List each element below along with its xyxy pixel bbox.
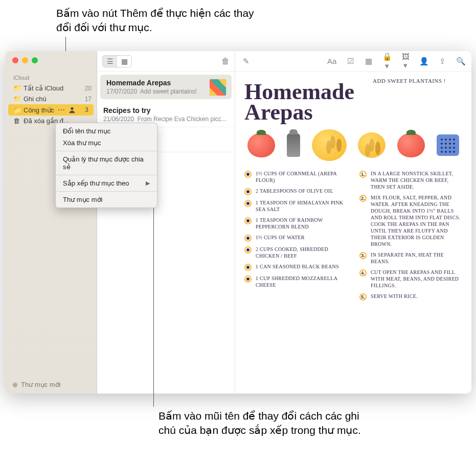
note-content[interactable]: ADD SWEET PLANTAINS ! HomemadeArepas 1½ … <box>235 72 471 394</box>
ingredient: 2 tablespoons of olive oil <box>256 188 333 194</box>
recipe-columns: 1½ cups of cornmeal (arepa flour) 2 tabl… <box>244 170 462 305</box>
ingredient: 1 teaspoon of rainbow peppercorn blend <box>256 217 347 230</box>
illustration-row <box>244 129 462 161</box>
step: In separate pan, heat the beans. <box>371 251 462 265</box>
ingredient: 1 cup shredded mozzarella cheese <box>256 275 347 288</box>
bullet-icon <box>244 171 252 178</box>
ingredient: 1 teaspoon of Himalayan pink sea salt <box>256 199 347 213</box>
menu-separator <box>56 151 157 151</box>
compose-icon[interactable]: ✎ <box>241 57 251 66</box>
ingredient: 2 cups cooked, shredded chicken / beef <box>256 246 347 259</box>
arepa-illustration <box>312 129 347 161</box>
step: Serve with rice. <box>371 293 418 299</box>
collaborate-icon[interactable]: 👤 <box>419 57 428 66</box>
folder-icon: 📁 <box>13 95 20 103</box>
menu-separator <box>56 175 157 175</box>
window-controls <box>5 51 97 72</box>
menu-delete-folder[interactable]: Xóa thư mục <box>56 137 157 149</box>
checklist-icon[interactable]: ☑ <box>346 57 355 66</box>
sidebar-item-count: 3 <box>85 106 88 113</box>
media-icon[interactable]: 🖼▾ <box>401 52 410 70</box>
list-toolbar: ☰ ▦ 🗑 <box>97 51 235 72</box>
zoom-window[interactable] <box>32 57 38 63</box>
callout-bottom: Bấm vào mũi tên để thay đổi cách các ghi… <box>158 409 363 438</box>
notes-window: iCloud 📁 Tất cả iCloud 20 📁 Ghi chú 17 📁… <box>5 51 471 394</box>
note-thumbnail <box>209 79 226 96</box>
note-list-item[interactable]: Homemade Arepas 17/07/2020 Add sweet pla… <box>100 75 232 99</box>
sidebar-item-notes[interactable]: 📁 Ghi chú 17 <box>5 94 97 104</box>
delete-note-button[interactable]: 🗑 <box>221 57 230 66</box>
plus-icon: ⊕ <box>12 381 18 388</box>
search-icon[interactable]: 🔍 <box>456 57 465 66</box>
note-subtitle: 17/07/2020 Add sweet plantains! <box>106 88 225 95</box>
arepa-illustration <box>358 132 386 158</box>
ingredient: 1 can seasoned black beans <box>256 263 339 270</box>
step: In a large nonstick skillet, warm the ch… <box>371 170 462 190</box>
sidebar-item-recipes[interactable]: 📁 Công thức ⋯ 3 <box>8 104 94 116</box>
note-heading: HomemadeArepas <box>244 82 462 122</box>
step: Cut open the arepas and fill with meat, … <box>371 269 462 289</box>
folder-context-menu: Đổi tên thư mục Xóa thư mục Quản lý thư … <box>55 123 157 208</box>
bullet-icon <box>244 200 252 207</box>
list-view-icon[interactable]: ☰ <box>103 56 117 67</box>
step-number-icon: 2. <box>359 195 367 202</box>
minimize-window[interactable] <box>22 57 28 63</box>
sidebar: iCloud 📁 Tất cả iCloud 20 📁 Ghi chú 17 📁… <box>5 51 97 394</box>
step-number-icon: 3. <box>359 252 367 259</box>
share-icon[interactable]: ⇪ <box>438 57 447 66</box>
ingredients-list: 1½ cups of cornmeal (arepa flour) 2 tabl… <box>244 170 347 305</box>
tomato-illustration <box>397 133 425 157</box>
note-annotation: ADD SWEET PLANTAINS ! <box>373 78 446 84</box>
lock-icon[interactable]: 🔒▾ <box>382 52 392 71</box>
note-list: ☰ ▦ 🗑 Homemade Arepas 17/07/2020 Add swe… <box>97 51 235 394</box>
sidebar-item-label: Ghi chú <box>24 95 47 103</box>
ingredient: 1½ cups of water <box>256 234 305 241</box>
step-number-icon: 1. <box>359 171 367 178</box>
sidebar-section-label: iCloud <box>5 72 97 83</box>
step: Mix flour, salt, pepper, and water. Afte… <box>371 194 462 247</box>
new-folder-button[interactable]: ⊕ Thư mục mới <box>5 376 97 394</box>
tomato-illustration <box>247 133 275 157</box>
editor-toolbar: ✎ Aa ☑ ▦ 🔒▾ 🖼▾ 👤 ⇪ 🔍 <box>235 51 471 72</box>
note-title: Homemade Arepas <box>106 79 225 87</box>
bullet-icon <box>244 235 252 242</box>
beans-illustration <box>437 134 459 156</box>
callout-line <box>153 178 154 407</box>
bullet-icon <box>244 217 252 224</box>
shaker-illustration <box>287 133 300 157</box>
ingredient: 1½ cups of cornmeal (arepa flour) <box>256 170 347 183</box>
note-editor: ✎ Aa ☑ ▦ 🔒▾ 🖼▾ 👤 ⇪ 🔍 ADD SWEET PLANTAINS… <box>235 51 471 394</box>
menu-sort-by[interactable]: Sắp xếp thư mục theo▶ <box>56 177 157 189</box>
callout-top: Bấm vào nút Thêm để thực hiện các thay đ… <box>56 6 261 35</box>
sidebar-item-label: Công thức <box>24 106 54 114</box>
format-icon[interactable]: Aa <box>327 57 336 65</box>
sidebar-item-label: Tất cả iCloud <box>24 84 63 92</box>
grid-view-icon[interactable]: ▦ <box>117 56 131 67</box>
note-subtitle: 21/06/2020 From Recipe Eva Chicken picc.… <box>103 116 229 123</box>
folder-icon: 📁 <box>13 106 20 114</box>
more-icon[interactable]: ⋯ <box>57 106 65 114</box>
menu-new-folder[interactable]: Thư mục mới <box>56 194 157 205</box>
sidebar-item-count: 17 <box>85 96 92 103</box>
bullet-icon <box>244 188 252 195</box>
sidebar-item-count: 20 <box>85 85 92 92</box>
bullet-icon <box>244 246 252 253</box>
step-number-icon: 5. <box>359 293 367 301</box>
note-title: Recipes to try <box>103 106 229 114</box>
view-toggle[interactable]: ☰ ▦ <box>102 55 132 67</box>
sidebar-item-all-icloud[interactable]: 📁 Tất cả iCloud 20 <box>5 83 97 94</box>
step-number-icon: 4. <box>359 269 367 276</box>
steps-list: 1.In a large nonstick skillet, warm the … <box>359 170 462 305</box>
menu-manage-shared[interactable]: Quản lý thư mục được chia sẻ <box>56 153 157 173</box>
shared-icon <box>69 106 76 113</box>
menu-rename-folder[interactable]: Đổi tên thư mục <box>56 125 157 137</box>
bullet-icon <box>244 275 252 283</box>
new-folder-label: Thư mục mới <box>21 381 60 388</box>
table-icon[interactable]: ▦ <box>364 57 373 66</box>
bullet-icon <box>244 264 252 271</box>
svg-point-0 <box>71 107 73 110</box>
menu-separator <box>56 191 157 192</box>
trash-icon: 🗑 <box>13 117 20 125</box>
close-window[interactable] <box>12 57 18 63</box>
folder-icon: 📁 <box>13 84 20 92</box>
